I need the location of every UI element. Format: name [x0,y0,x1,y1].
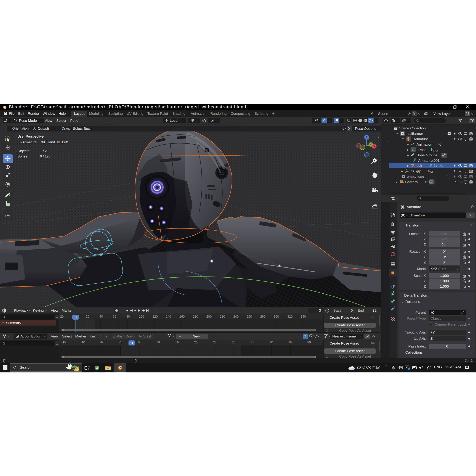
svg-text:Y: Y [370,143,372,146]
svg-text:Z: Z [366,136,368,139]
svg-text:X: X [373,145,375,148]
